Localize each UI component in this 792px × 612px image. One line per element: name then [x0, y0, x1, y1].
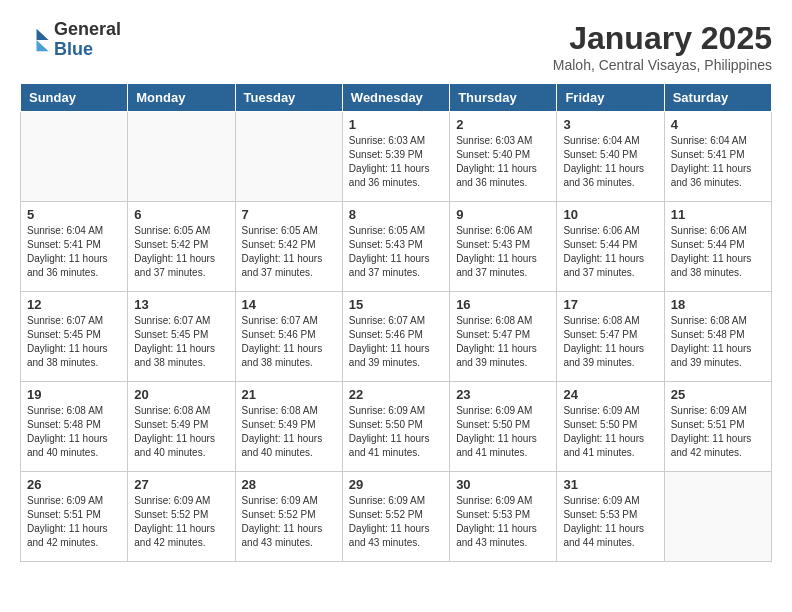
day-info: Sunrise: 6:08 AM Sunset: 5:49 PM Dayligh… — [134, 404, 228, 460]
calendar-cell — [664, 472, 771, 562]
day-info: Sunrise: 6:04 AM Sunset: 5:41 PM Dayligh… — [671, 134, 765, 190]
day-info: Sunrise: 6:04 AM Sunset: 5:41 PM Dayligh… — [27, 224, 121, 280]
day-info: Sunrise: 6:09 AM Sunset: 5:52 PM Dayligh… — [349, 494, 443, 550]
calendar-cell: 10Sunrise: 6:06 AM Sunset: 5:44 PM Dayli… — [557, 202, 664, 292]
calendar-cell: 27Sunrise: 6:09 AM Sunset: 5:52 PM Dayli… — [128, 472, 235, 562]
calendar-cell: 21Sunrise: 6:08 AM Sunset: 5:49 PM Dayli… — [235, 382, 342, 472]
day-info: Sunrise: 6:05 AM Sunset: 5:42 PM Dayligh… — [134, 224, 228, 280]
weekday-header-tuesday: Tuesday — [235, 84, 342, 112]
calendar-cell: 5Sunrise: 6:04 AM Sunset: 5:41 PM Daylig… — [21, 202, 128, 292]
week-row-3: 12Sunrise: 6:07 AM Sunset: 5:45 PM Dayli… — [21, 292, 772, 382]
day-number: 18 — [671, 297, 765, 312]
day-number: 13 — [134, 297, 228, 312]
logo-text: General Blue — [54, 20, 121, 60]
day-number: 20 — [134, 387, 228, 402]
day-info: Sunrise: 6:06 AM Sunset: 5:44 PM Dayligh… — [671, 224, 765, 280]
day-info: Sunrise: 6:08 AM Sunset: 5:48 PM Dayligh… — [27, 404, 121, 460]
calendar-cell: 2Sunrise: 6:03 AM Sunset: 5:40 PM Daylig… — [450, 112, 557, 202]
week-row-1: 1Sunrise: 6:03 AM Sunset: 5:39 PM Daylig… — [21, 112, 772, 202]
day-info: Sunrise: 6:03 AM Sunset: 5:40 PM Dayligh… — [456, 134, 550, 190]
calendar-cell: 4Sunrise: 6:04 AM Sunset: 5:41 PM Daylig… — [664, 112, 771, 202]
calendar-cell — [21, 112, 128, 202]
calendar-cell: 22Sunrise: 6:09 AM Sunset: 5:50 PM Dayli… — [342, 382, 449, 472]
day-number: 30 — [456, 477, 550, 492]
logo: General Blue — [20, 20, 121, 60]
calendar-cell: 26Sunrise: 6:09 AM Sunset: 5:51 PM Dayli… — [21, 472, 128, 562]
day-number: 26 — [27, 477, 121, 492]
svg-marker-0 — [37, 29, 49, 40]
calendar-cell — [128, 112, 235, 202]
day-number: 24 — [563, 387, 657, 402]
calendar-cell: 12Sunrise: 6:07 AM Sunset: 5:45 PM Dayli… — [21, 292, 128, 382]
weekday-header-thursday: Thursday — [450, 84, 557, 112]
day-info: Sunrise: 6:08 AM Sunset: 5:47 PM Dayligh… — [456, 314, 550, 370]
day-info: Sunrise: 6:07 AM Sunset: 5:45 PM Dayligh… — [134, 314, 228, 370]
day-number: 21 — [242, 387, 336, 402]
day-info: Sunrise: 6:08 AM Sunset: 5:47 PM Dayligh… — [563, 314, 657, 370]
calendar-cell: 1Sunrise: 6:03 AM Sunset: 5:39 PM Daylig… — [342, 112, 449, 202]
calendar-cell: 30Sunrise: 6:09 AM Sunset: 5:53 PM Dayli… — [450, 472, 557, 562]
calendar-cell: 15Sunrise: 6:07 AM Sunset: 5:46 PM Dayli… — [342, 292, 449, 382]
day-number: 1 — [349, 117, 443, 132]
calendar-cell: 3Sunrise: 6:04 AM Sunset: 5:40 PM Daylig… — [557, 112, 664, 202]
day-number: 17 — [563, 297, 657, 312]
weekday-header-wednesday: Wednesday — [342, 84, 449, 112]
day-number: 6 — [134, 207, 228, 222]
calendar-cell — [235, 112, 342, 202]
day-info: Sunrise: 6:09 AM Sunset: 5:53 PM Dayligh… — [563, 494, 657, 550]
title-block: January 2025 Maloh, Central Visayas, Phi… — [553, 20, 772, 73]
day-number: 7 — [242, 207, 336, 222]
day-number: 16 — [456, 297, 550, 312]
svg-marker-1 — [37, 40, 49, 51]
weekday-header-friday: Friday — [557, 84, 664, 112]
day-number: 31 — [563, 477, 657, 492]
day-info: Sunrise: 6:05 AM Sunset: 5:42 PM Dayligh… — [242, 224, 336, 280]
day-number: 29 — [349, 477, 443, 492]
calendar-cell: 6Sunrise: 6:05 AM Sunset: 5:42 PM Daylig… — [128, 202, 235, 292]
calendar-cell: 13Sunrise: 6:07 AM Sunset: 5:45 PM Dayli… — [128, 292, 235, 382]
day-info: Sunrise: 6:04 AM Sunset: 5:40 PM Dayligh… — [563, 134, 657, 190]
calendar-cell: 24Sunrise: 6:09 AM Sunset: 5:50 PM Dayli… — [557, 382, 664, 472]
day-number: 28 — [242, 477, 336, 492]
calendar-cell: 18Sunrise: 6:08 AM Sunset: 5:48 PM Dayli… — [664, 292, 771, 382]
day-info: Sunrise: 6:03 AM Sunset: 5:39 PM Dayligh… — [349, 134, 443, 190]
day-number: 12 — [27, 297, 121, 312]
day-number: 9 — [456, 207, 550, 222]
weekday-header-row: SundayMondayTuesdayWednesdayThursdayFrid… — [21, 84, 772, 112]
day-number: 23 — [456, 387, 550, 402]
day-info: Sunrise: 6:05 AM Sunset: 5:43 PM Dayligh… — [349, 224, 443, 280]
page-subtitle: Maloh, Central Visayas, Philippines — [553, 57, 772, 73]
day-info: Sunrise: 6:09 AM Sunset: 5:52 PM Dayligh… — [242, 494, 336, 550]
page-title: January 2025 — [553, 20, 772, 57]
calendar-cell: 14Sunrise: 6:07 AM Sunset: 5:46 PM Dayli… — [235, 292, 342, 382]
day-info: Sunrise: 6:09 AM Sunset: 5:51 PM Dayligh… — [671, 404, 765, 460]
day-info: Sunrise: 6:07 AM Sunset: 5:46 PM Dayligh… — [242, 314, 336, 370]
day-number: 3 — [563, 117, 657, 132]
calendar-cell: 7Sunrise: 6:05 AM Sunset: 5:42 PM Daylig… — [235, 202, 342, 292]
day-info: Sunrise: 6:09 AM Sunset: 5:50 PM Dayligh… — [456, 404, 550, 460]
day-info: Sunrise: 6:09 AM Sunset: 5:50 PM Dayligh… — [563, 404, 657, 460]
day-number: 4 — [671, 117, 765, 132]
calendar-cell: 9Sunrise: 6:06 AM Sunset: 5:43 PM Daylig… — [450, 202, 557, 292]
calendar-cell: 25Sunrise: 6:09 AM Sunset: 5:51 PM Dayli… — [664, 382, 771, 472]
calendar-cell: 19Sunrise: 6:08 AM Sunset: 5:48 PM Dayli… — [21, 382, 128, 472]
calendar-cell: 20Sunrise: 6:08 AM Sunset: 5:49 PM Dayli… — [128, 382, 235, 472]
day-number: 11 — [671, 207, 765, 222]
day-info: Sunrise: 6:06 AM Sunset: 5:43 PM Dayligh… — [456, 224, 550, 280]
logo-icon — [20, 25, 50, 55]
day-info: Sunrise: 6:07 AM Sunset: 5:46 PM Dayligh… — [349, 314, 443, 370]
day-number: 14 — [242, 297, 336, 312]
week-row-2: 5Sunrise: 6:04 AM Sunset: 5:41 PM Daylig… — [21, 202, 772, 292]
day-number: 5 — [27, 207, 121, 222]
day-info: Sunrise: 6:06 AM Sunset: 5:44 PM Dayligh… — [563, 224, 657, 280]
calendar-cell: 31Sunrise: 6:09 AM Sunset: 5:53 PM Dayli… — [557, 472, 664, 562]
calendar-cell: 28Sunrise: 6:09 AM Sunset: 5:52 PM Dayli… — [235, 472, 342, 562]
weekday-header-monday: Monday — [128, 84, 235, 112]
day-number: 8 — [349, 207, 443, 222]
day-number: 15 — [349, 297, 443, 312]
calendar-cell: 29Sunrise: 6:09 AM Sunset: 5:52 PM Dayli… — [342, 472, 449, 562]
day-number: 2 — [456, 117, 550, 132]
day-info: Sunrise: 6:09 AM Sunset: 5:53 PM Dayligh… — [456, 494, 550, 550]
day-info: Sunrise: 6:09 AM Sunset: 5:50 PM Dayligh… — [349, 404, 443, 460]
day-number: 19 — [27, 387, 121, 402]
